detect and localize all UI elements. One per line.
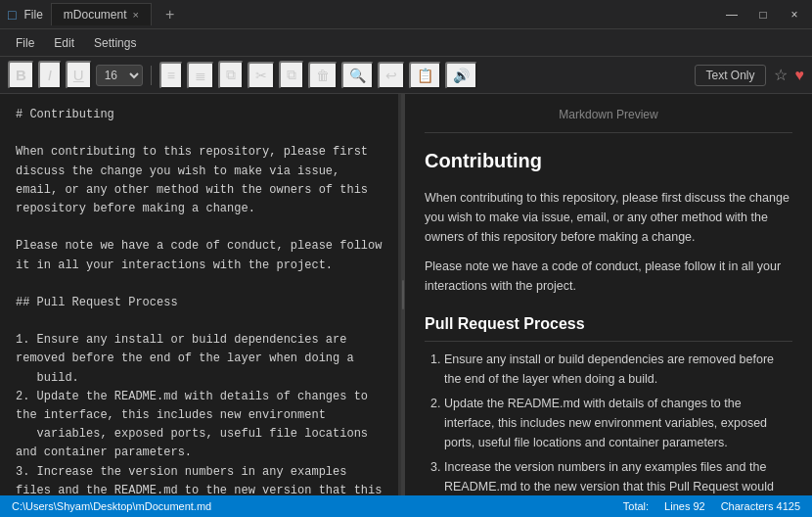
- close-button[interactable]: ×: [785, 8, 804, 22]
- total-label: Total:: [623, 500, 649, 512]
- minimize-button[interactable]: —: [722, 8, 742, 22]
- preview-intro-1: When contributing to this repository, pl…: [425, 188, 792, 247]
- tab-name: mDocument: [64, 8, 127, 22]
- menu-edit[interactable]: Edit: [46, 33, 82, 53]
- search-button[interactable]: 🔍: [341, 62, 374, 89]
- list-button[interactable]: ≣: [187, 62, 214, 89]
- bold-button[interactable]: B: [8, 61, 34, 89]
- menu-settings[interactable]: Settings: [86, 33, 144, 53]
- preview-header: Markdown Preview: [425, 106, 792, 133]
- preview-pane: Markdown Preview Contributing When contr…: [405, 94, 812, 495]
- paste-button[interactable]: ⧉: [279, 61, 304, 89]
- tab-close-icon[interactable]: ×: [133, 9, 139, 21]
- characters-count: Characters 4125: [721, 500, 800, 512]
- toolbar: B I U 16 12 14 18 20 ≡ ≣ ⧉ ✂ ⧉ 🗑 🔍 ↩ 📋 🔊…: [0, 57, 812, 94]
- maximize-button[interactable]: □: [753, 8, 773, 22]
- editor-pane[interactable]: # Contributing When contributing to this…: [0, 94, 401, 495]
- window-controls: — □ ×: [722, 8, 804, 22]
- toolbar-right: Text Only ☆ ♥: [695, 65, 804, 86]
- copy-button[interactable]: ⧉: [218, 61, 244, 89]
- preview-intro-2: Please note we have a code of conduct, p…: [425, 257, 792, 296]
- preview-title: Contributing: [425, 145, 792, 176]
- star-icon[interactable]: ☆: [774, 66, 788, 84]
- pull-request-item-2: Update the README.md with details of cha…: [444, 394, 792, 452]
- cut-button[interactable]: ✂: [248, 62, 275, 89]
- pull-request-item-1: Ensure any install or build dependencies…: [444, 350, 792, 389]
- audio-button[interactable]: 🔊: [445, 62, 477, 89]
- text-only-button[interactable]: Text Only: [695, 65, 765, 86]
- new-tab-icon[interactable]: +: [159, 6, 180, 24]
- title-bar: □ File mDocument × + — □ ×: [0, 0, 812, 29]
- status-bar-right: Total: Lines 92 Characters 4125: [623, 500, 800, 512]
- title-bar-left: □ File mDocument × +: [8, 3, 714, 25]
- favorite-button[interactable]: ♥: [795, 67, 805, 84]
- menu-bar: File Edit Settings: [0, 29, 812, 57]
- italic-button[interactable]: I: [38, 61, 62, 89]
- app-label: File: [23, 8, 42, 22]
- file-path: C:\Users\Shyam\Desktop\mDocument.md: [12, 500, 211, 512]
- menu-file[interactable]: File: [8, 33, 42, 53]
- align-left-button[interactable]: ≡: [159, 62, 183, 89]
- tab-mdocument[interactable]: mDocument ×: [51, 3, 152, 25]
- pull-request-item-3: Increase the version numbers in any exam…: [444, 457, 792, 495]
- preview-pull-request-list: Ensure any install or build dependencies…: [425, 350, 792, 495]
- pane-divider[interactable]: [401, 94, 405, 495]
- toolbar-separator-1: [151, 66, 152, 85]
- preview-h2-pull-request: Pull Request Process: [425, 311, 792, 342]
- underline-button[interactable]: U: [66, 61, 92, 89]
- main-content: # Contributing When contributing to this…: [0, 94, 812, 495]
- delete-button[interactable]: 🗑: [308, 62, 338, 89]
- status-bar: C:\Users\Shyam\Desktop\mDocument.md Tota…: [0, 495, 812, 517]
- print-button[interactable]: 📋: [409, 62, 441, 89]
- lines-count: Lines 92: [664, 500, 705, 512]
- undo-button[interactable]: ↩: [378, 62, 405, 89]
- app-icon: □: [8, 7, 16, 23]
- font-size-select[interactable]: 16 12 14 18 20: [96, 65, 143, 86]
